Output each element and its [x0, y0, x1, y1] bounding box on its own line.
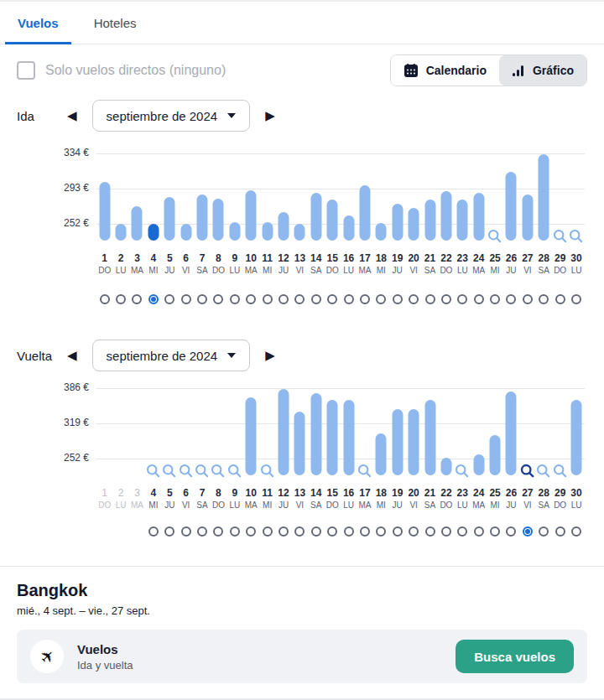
day-radio-13[interactable]: [294, 526, 305, 537]
day-radio-21[interactable]: [425, 526, 435, 537]
price-bar-day-14[interactable]: [310, 193, 321, 241]
price-bar-day-9[interactable]: [229, 222, 240, 241]
price-bar-day-17[interactable]: [359, 185, 370, 241]
day-radio-18[interactable]: [376, 526, 386, 537]
price-bar-day-22[interactable]: [440, 458, 451, 475]
day-radio-11[interactable]: [263, 526, 273, 537]
day-radio-18[interactable]: [376, 294, 386, 304]
price-bar-day-21[interactable]: [424, 400, 435, 475]
day-radio-8[interactable]: [213, 294, 223, 304]
day-radio-4[interactable]: [148, 526, 159, 537]
day-radio-9[interactable]: [230, 526, 240, 537]
day-radio-24[interactable]: [474, 294, 484, 304]
day-radio-28[interactable]: [539, 294, 549, 304]
day-radio-30[interactable]: [571, 526, 581, 537]
price-bar-day-14[interactable]: [310, 393, 321, 475]
day-radio-10[interactable]: [246, 294, 256, 304]
day-radio-25[interactable]: [490, 294, 500, 304]
day-radio-23[interactable]: [457, 526, 467, 537]
day-radio-26[interactable]: [506, 526, 516, 537]
price-bar-day-12[interactable]: [278, 389, 289, 475]
day-radio-13[interactable]: [294, 294, 305, 304]
direct-flights-filter[interactable]: Solo vuelos directos (ninguno): [17, 61, 226, 80]
day-radio-20[interactable]: [409, 294, 419, 304]
search-icon-day-8[interactable]: [211, 464, 226, 479]
outbound-next-month-button[interactable]: ▶: [258, 108, 282, 123]
day-radio-7[interactable]: [197, 526, 207, 537]
day-radio-12[interactable]: [279, 294, 289, 304]
day-radio-3[interactable]: [132, 294, 142, 304]
price-bar-day-26[interactable]: [506, 391, 517, 475]
day-radio-1[interactable]: [100, 294, 110, 304]
price-bar-day-3[interactable]: [132, 206, 143, 241]
price-bar-day-6[interactable]: [180, 224, 191, 241]
outbound-prev-month-button[interactable]: ◀: [60, 108, 84, 123]
day-radio-10[interactable]: [246, 526, 256, 537]
search-icon-day-11[interactable]: [260, 464, 275, 479]
day-radio-26[interactable]: [506, 294, 516, 304]
day-radio-5[interactable]: [164, 526, 174, 537]
day-radio-24[interactable]: [474, 526, 484, 537]
day-radio-27[interactable]: [523, 526, 533, 537]
day-radio-8[interactable]: [213, 526, 223, 537]
search-icon-day-6[interactable]: [179, 464, 194, 479]
day-radio-20[interactable]: [409, 526, 419, 537]
search-icon-day-27[interactable]: [520, 464, 535, 479]
price-bar-day-28[interactable]: [539, 154, 549, 241]
price-bar-day-15[interactable]: [327, 400, 338, 475]
tab-hoteles[interactable]: Hoteles: [81, 2, 149, 44]
price-bar-day-8[interactable]: [213, 199, 224, 241]
price-bar-day-12[interactable]: [278, 212, 289, 241]
day-radio-27[interactable]: [523, 294, 533, 304]
day-radio-14[interactable]: [311, 526, 321, 537]
price-bar-day-13[interactable]: [294, 412, 305, 475]
search-icon-day-25[interactable]: [487, 229, 502, 244]
day-radio-30[interactable]: [571, 294, 581, 304]
price-bar-day-19[interactable]: [392, 409, 403, 475]
day-radio-15[interactable]: [327, 294, 337, 304]
price-bar-day-20[interactable]: [409, 409, 419, 475]
search-icon-day-30[interactable]: [569, 229, 584, 244]
day-radio-17[interactable]: [360, 294, 370, 304]
day-radio-14[interactable]: [311, 294, 321, 304]
price-bar-day-30[interactable]: [571, 400, 582, 475]
price-bar-day-13[interactable]: [294, 224, 305, 241]
price-bar-day-22[interactable]: [440, 191, 451, 241]
day-radio-12[interactable]: [279, 526, 289, 537]
day-radio-19[interactable]: [393, 294, 403, 304]
return-prev-month-button[interactable]: ◀: [60, 348, 84, 363]
day-radio-6[interactable]: [181, 526, 191, 537]
chart-view-button[interactable]: Gráfico: [499, 55, 586, 86]
price-bar-day-18[interactable]: [376, 433, 387, 475]
day-radio-29[interactable]: [555, 526, 565, 537]
day-radio-17[interactable]: [360, 526, 370, 537]
search-icon-day-5[interactable]: [162, 464, 177, 479]
day-radio-22[interactable]: [441, 526, 451, 537]
search-icon-day-4[interactable]: [146, 464, 161, 479]
price-bar-day-10[interactable]: [246, 397, 257, 475]
day-radio-2[interactable]: [116, 294, 126, 304]
price-bar-day-18[interactable]: [376, 223, 387, 241]
search-icon-day-9[interactable]: [227, 464, 242, 479]
search-icon-day-29[interactable]: [553, 464, 568, 479]
price-bar-day-24[interactable]: [473, 454, 484, 475]
search-icon-day-29[interactable]: [553, 229, 568, 244]
outbound-month-dropdown[interactable]: septiembre de 2024: [92, 100, 251, 132]
day-radio-25[interactable]: [490, 526, 500, 537]
day-radio-7[interactable]: [197, 294, 207, 304]
day-radio-11[interactable]: [263, 294, 273, 304]
price-bar-day-7[interactable]: [197, 194, 208, 241]
price-bar-day-26[interactable]: [506, 172, 517, 241]
search-icon-day-17[interactable]: [357, 464, 372, 479]
price-bar-day-4[interactable]: [148, 224, 159, 241]
search-icon-day-28[interactable]: [536, 464, 551, 479]
day-radio-29[interactable]: [555, 294, 565, 304]
price-bar-day-11[interactable]: [262, 222, 273, 241]
day-radio-19[interactable]: [393, 526, 403, 537]
day-radio-16[interactable]: [344, 526, 354, 537]
search-icon-day-23[interactable]: [455, 464, 470, 479]
day-radio-16[interactable]: [344, 294, 354, 304]
price-bar-day-25[interactable]: [490, 435, 501, 475]
day-radio-23[interactable]: [457, 294, 467, 304]
price-bar-day-15[interactable]: [327, 200, 338, 241]
